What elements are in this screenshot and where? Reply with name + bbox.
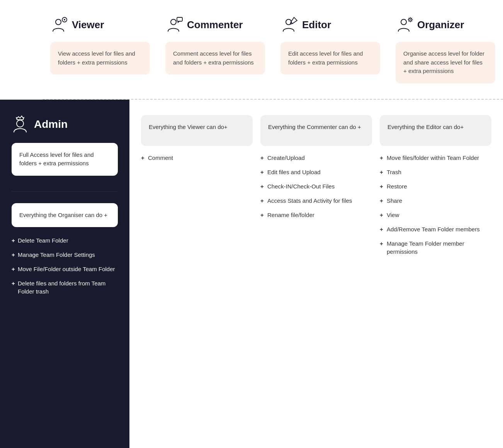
svg-point-3 (171, 19, 176, 25)
editor-perm-4: Access Stats and Activity for files (260, 197, 372, 205)
organizer-perm-1: Move files/folder within Team Folder (380, 154, 491, 162)
commenter-everything-box: Everything the Viewer can do+ (141, 115, 253, 146)
editor-permissions-list: Create/Upload Edit files and Upload Chec… (260, 154, 372, 219)
organizer-perm-6: Add/Remove Team Folder members (380, 225, 491, 233)
organizer-header: Organizer (396, 15, 464, 34)
svg-point-2 (64, 19, 65, 20)
viewer-title: Viewer (72, 19, 104, 31)
commenter-column: Commenter Comment access level for files… (158, 15, 273, 83)
editor-perm-2: Edit files and Upload (260, 168, 372, 176)
commenter-title: Commenter (187, 19, 243, 31)
editor-title: Editor (302, 19, 331, 31)
organizer-desc: Organise access level for folder and sha… (396, 42, 495, 83)
admin-everything-box: Everything the Organiser can do + (12, 203, 118, 227)
editor-permissions-card: Everything the Commenter can do + Create… (260, 115, 372, 256)
commenter-permissions-list: Comment (141, 154, 253, 162)
svg-point-8 (410, 19, 411, 20)
svg-point-6 (401, 19, 406, 25)
organizer-permissions-list: Move files/folder within Team Folder Tra… (380, 154, 491, 256)
viewer-desc: View access level for files and folders … (50, 42, 150, 75)
editor-column: Editor Edit access level for files and f… (273, 15, 388, 83)
organizer-column: Organizer Organise access level for fold… (388, 15, 503, 83)
admin-perm-2: Manage Team Folder Settings (12, 251, 118, 259)
admin-perm-4: Delete files and folders from Team Folde… (12, 279, 118, 295)
organizer-everything-box: Everything the Editor can do+ (380, 115, 491, 146)
organizer-icon (396, 15, 414, 34)
organizer-perm-5: View (380, 211, 491, 219)
editor-icon (280, 15, 299, 34)
admin-description: Full Access level for files and folders … (12, 143, 118, 176)
right-content: Everything the Viewer can do+ Comment Ev… (129, 100, 503, 448)
editor-perm-5: Rename file/folder (260, 211, 372, 219)
admin-header: Admin (12, 115, 118, 134)
organizer-perm-2: Trash (380, 168, 491, 176)
admin-divider (12, 191, 118, 192)
viewer-icon (50, 15, 69, 34)
admin-perm-3: Move File/Folder outside Team Folder (12, 265, 118, 273)
admin-title: Admin (34, 118, 68, 131)
commenter-perm-1: Comment (141, 154, 253, 162)
admin-icon (12, 115, 30, 134)
admin-sidebar: Admin Full Access level for files and fo… (0, 100, 129, 448)
organizer-perm-7: Manage Team Folder member permissions (380, 239, 491, 256)
organizer-title: Organizer (417, 19, 464, 31)
svg-point-0 (56, 19, 61, 25)
admin-perm-1: Delete Team Folder (12, 236, 118, 244)
commenter-header: Commenter (165, 15, 243, 34)
editor-header: Editor (280, 15, 331, 34)
commenter-icon (165, 15, 184, 34)
editor-perm-3: Check-IN/Check-Out Files (260, 182, 372, 190)
editor-everything-box: Everything the Commenter can do + (260, 115, 372, 146)
svg-rect-4 (177, 17, 182, 21)
admin-permissions-list: Delete Team Folder Manage Team Folder Se… (12, 236, 118, 295)
organizer-perm-4: Share (380, 197, 491, 205)
editor-desc: Edit access level for files and folders … (280, 42, 380, 75)
commenter-permissions-card: Everything the Viewer can do+ Comment (141, 115, 253, 256)
organizer-permissions-card: Everything the Editor can do+ Move files… (380, 115, 491, 256)
organizer-perm-3: Restore (380, 182, 491, 190)
viewer-header: Viewer (50, 15, 104, 34)
svg-point-9 (17, 120, 24, 127)
bottom-section: Admin Full Access level for files and fo… (0, 100, 503, 448)
commenter-desc: Comment access level for files and folde… (165, 42, 265, 75)
top-section: Viewer View access level for files and f… (0, 0, 503, 99)
editor-perm-1: Create/Upload (260, 154, 372, 162)
viewer-column: Viewer View access level for files and f… (42, 15, 158, 83)
permissions-grid: Everything the Viewer can do+ Comment Ev… (141, 115, 491, 256)
